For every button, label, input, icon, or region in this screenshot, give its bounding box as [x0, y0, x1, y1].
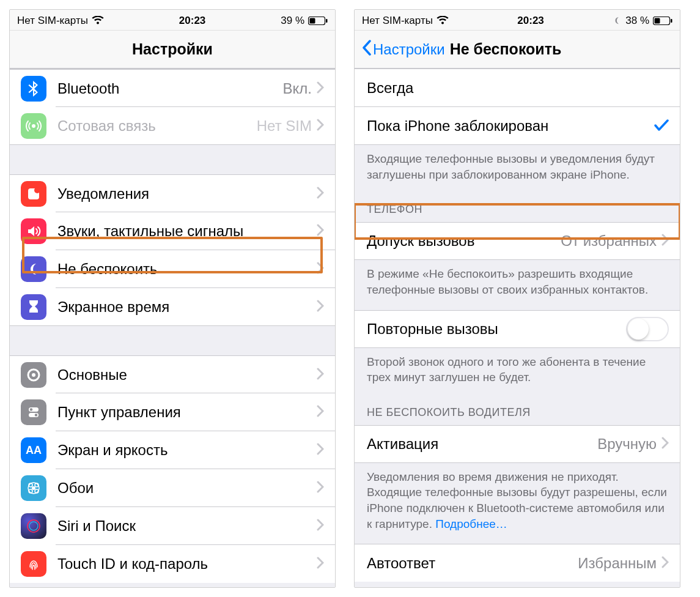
back-label: Настройки: [373, 41, 445, 58]
row-activation[interactable]: Активация Вручную: [355, 425, 680, 463]
row-screentime[interactable]: Экранное время: [10, 288, 335, 326]
clock: 20:23: [517, 15, 543, 27]
row-autoreply[interactable]: Автоответ Избранным: [355, 544, 680, 582]
chevron-right-icon: [317, 557, 324, 571]
repeated-footer: Второй звонок одного и того же абонента …: [355, 348, 680, 389]
row-label: Экранное время: [57, 298, 317, 316]
chevron-right-icon: [317, 368, 324, 382]
chevron-right-icon: [317, 443, 324, 458]
row-label: Bluetooth: [57, 80, 283, 97]
svg-point-13: [32, 486, 35, 490]
row-label: Пункт управления: [57, 404, 317, 421]
chevron-right-icon: [317, 300, 324, 314]
status-bar: Нет SIM-карты 20:23 38 %: [355, 10, 680, 31]
carrier-label: Нет SIM-карты: [362, 15, 433, 27]
row-label: Уведомления: [57, 185, 317, 202]
chevron-right-icon: [661, 234, 669, 248]
row-label: Сотовая связь: [57, 117, 257, 135]
siri-icon: [21, 513, 46, 539]
svg-point-7: [32, 373, 35, 377]
row-touchid[interactable]: Touch ID и код-пароль: [10, 545, 335, 583]
row-label: Звуки, тактильные сигналы: [57, 223, 317, 240]
row-silence-always[interactable]: Всегда: [355, 69, 680, 107]
sounds-icon: [21, 218, 46, 244]
svg-point-5: [34, 187, 40, 193]
svg-rect-21: [655, 18, 660, 23]
battery-icon: [308, 17, 328, 25]
row-value: От избранных: [561, 232, 657, 250]
row-label: Обои: [57, 480, 317, 497]
silence-footer: Входящие телефонные вызовы и уведомления…: [355, 145, 680, 186]
row-cellular[interactable]: Сотовая связь Нет SIM: [10, 107, 335, 145]
section-header-driving: НЕ БЕСПОКОИТЬ ВОДИТЕЛЯ: [355, 389, 680, 425]
driving-footer: Уведомления во время движения не приходя…: [355, 463, 680, 536]
row-siri[interactable]: Siri и Поиск: [10, 507, 335, 545]
row-allow-calls[interactable]: Допуск вызовов От избранных: [355, 222, 680, 260]
phone-dnd: Нет SIM-карты 20:23 38 % Настройки Не бе…: [354, 9, 680, 588]
chevron-right-icon: [317, 405, 324, 420]
row-value: Нет SIM: [257, 117, 312, 135]
row-repeated-calls[interactable]: Повторные вызовы: [355, 310, 680, 348]
phone-settings: Нет SIM-карты 20:23 39 % Настройки Bluet…: [9, 9, 336, 588]
row-label: Всегда: [367, 80, 669, 97]
moon-icon: [21, 256, 46, 282]
nav-header: Настройки Не беспокоить: [355, 31, 680, 69]
row-general[interactable]: Основные: [10, 355, 335, 393]
section-header-phone: ТЕЛЕФОН: [355, 186, 680, 222]
row-label: Не беспокоить: [57, 261, 317, 278]
row-label: Экран и яркость: [57, 442, 317, 459]
row-value: Вручную: [597, 436, 657, 453]
chevron-right-icon: [317, 81, 324, 96]
chevron-right-icon: [317, 262, 324, 276]
chevron-right-icon: [661, 437, 669, 451]
allow-calls-footer: В режиме «Не беспокоить» разрешить входя…: [355, 260, 680, 301]
row-label: Допуск вызовов: [367, 232, 561, 250]
svg-point-19: [29, 522, 38, 530]
chevron-right-icon: [317, 187, 324, 201]
wifi-icon: [92, 16, 104, 25]
learn-more-link[interactable]: Подробнее…: [435, 517, 507, 530]
row-label: Автоответ: [367, 555, 578, 572]
row-label: Touch ID и код-пароль: [57, 555, 317, 573]
row-label: Повторные вызовы: [367, 321, 626, 338]
clock: 20:23: [179, 15, 205, 27]
chevron-right-icon: [317, 119, 324, 133]
row-label: Активация: [367, 436, 597, 453]
row-display[interactable]: AA Экран и яркость: [10, 431, 335, 469]
row-sounds[interactable]: Звуки, тактильные сигналы: [10, 212, 335, 250]
row-silence-locked[interactable]: Пока iPhone заблокирован: [355, 107, 680, 145]
row-label: Пока iPhone заблокирован: [367, 117, 654, 135]
svg-point-3: [32, 124, 35, 128]
display-icon: AA: [21, 437, 46, 463]
row-dnd[interactable]: Не беспокоить: [10, 250, 335, 288]
dnd-moon-icon: [613, 16, 622, 25]
hourglass-icon: [21, 294, 46, 320]
chevron-right-icon: [317, 224, 324, 239]
battery-icon: [653, 17, 672, 25]
repeated-calls-toggle[interactable]: [626, 317, 669, 341]
row-value: Избранным: [578, 555, 657, 572]
svg-rect-22: [671, 19, 672, 23]
wallpaper-icon: [21, 475, 46, 501]
bluetooth-icon: [21, 76, 46, 102]
row-notifications[interactable]: Уведомления: [10, 174, 335, 212]
dnd-list[interactable]: Всегда Пока iPhone заблокирован Входящие…: [355, 69, 680, 587]
row-control-center[interactable]: Пункт управления: [10, 393, 335, 431]
battery-percent: 38 %: [625, 15, 649, 27]
back-button[interactable]: Настройки: [362, 40, 445, 59]
gear-icon: [21, 362, 46, 388]
checkmark-icon: [654, 116, 669, 136]
battery-percent: 39 %: [281, 15, 304, 27]
nav-header: Настройки: [10, 31, 335, 69]
row-value: Вкл.: [283, 80, 312, 97]
settings-list[interactable]: Bluetooth Вкл. Сотовая связь Нет SIM Уве…: [10, 69, 335, 587]
svg-rect-1: [310, 18, 315, 23]
chevron-right-icon: [317, 519, 324, 533]
chevron-left-icon: [362, 40, 372, 59]
fingerprint-icon: [21, 551, 46, 577]
svg-rect-2: [326, 19, 328, 23]
row-wallpaper[interactable]: Обои: [10, 469, 335, 507]
svg-point-11: [35, 413, 37, 416]
chevron-right-icon: [317, 481, 324, 495]
row-bluetooth[interactable]: Bluetooth Вкл.: [10, 69, 335, 107]
